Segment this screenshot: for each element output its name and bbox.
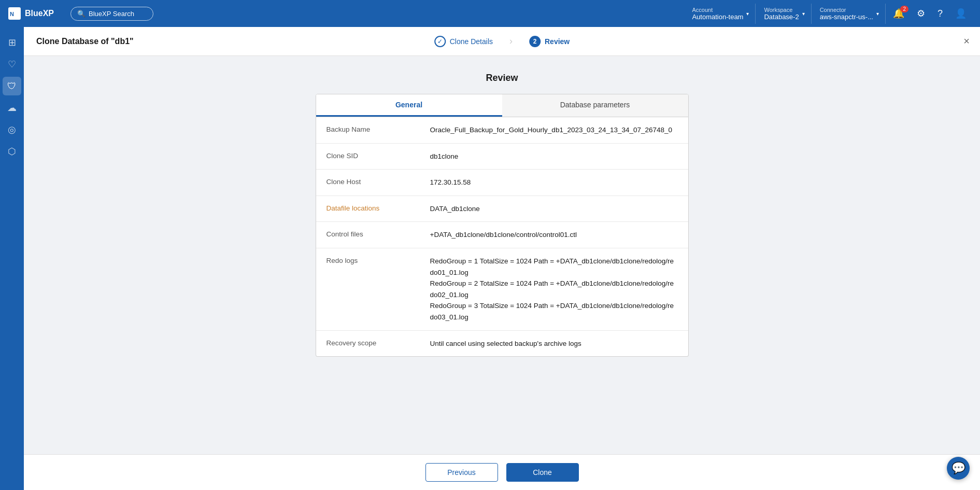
- step-clone-details: ✓ Clone Details: [434, 36, 493, 47]
- label-datafile-locations: Datafile locations: [326, 203, 430, 212]
- close-button[interactable]: ×: [963, 35, 970, 47]
- step1-done-icon: ✓: [434, 36, 446, 47]
- topnav-right: Account Automation-team ▾ Workspace Data…: [686, 4, 972, 24]
- settings-button[interactable]: ⚙: [912, 5, 930, 22]
- clone-button[interactable]: Clone: [506, 463, 579, 482]
- table-row: Clone SID db1clone: [316, 144, 688, 170]
- workspace-label: Workspace: [764, 7, 799, 13]
- modal-steps: ✓ Clone Details › 2 Review: [434, 36, 570, 47]
- notifications-button[interactable]: 🔔 2: [888, 5, 910, 22]
- review-section: Review General Database parameters Backu…: [316, 73, 689, 357]
- account-block: Account Automation-team: [692, 7, 743, 21]
- value-control-files: +DATA_db1clone/db1clone/control/control0…: [430, 229, 678, 241]
- health-icon: ♡: [8, 59, 16, 70]
- table-row: Redo logs RedoGroup = 1 TotalSize = 1024…: [316, 248, 688, 331]
- label-control-files: Control files: [326, 229, 430, 238]
- review-table: Backup Name Oracle_Full_Backup_for_Gold_…: [316, 117, 689, 357]
- table-row: Control files +DATA_db1clone/db1clone/co…: [316, 222, 688, 248]
- tab-database-parameters[interactable]: Database parameters: [502, 94, 688, 117]
- help-button[interactable]: ?: [932, 5, 948, 22]
- connector-label: Connector: [820, 7, 873, 13]
- value-datafile-locations: DATA_db1clone: [430, 203, 678, 215]
- workspace-menu[interactable]: Workspace Database-2 ▾: [758, 4, 811, 24]
- shield-icon: 🛡: [7, 81, 17, 92]
- sidebar-item-share[interactable]: ⬡: [3, 142, 21, 161]
- sidebar-item-protection[interactable]: 🛡: [3, 77, 21, 95]
- modal-title: Clone Database of "db1": [36, 37, 134, 46]
- page-body: Review General Database parameters Backu…: [24, 56, 980, 454]
- netapp-logo-icon: N: [8, 7, 21, 20]
- connector-chevron-icon: ▾: [876, 11, 879, 17]
- chat-icon: 💬: [951, 461, 965, 475]
- account-value: Automation-team: [692, 13, 743, 21]
- connector-menu[interactable]: Connector aws-snapctr-us-... ▾: [814, 4, 886, 24]
- svg-text:N: N: [10, 11, 14, 17]
- label-redo-logs: Redo logs: [326, 256, 430, 264]
- label-recovery-scope: Recovery scope: [326, 338, 430, 347]
- label-clone-sid: Clone SID: [326, 151, 430, 160]
- connector-value: aws-snapctr-us-...: [820, 13, 873, 21]
- table-row: Backup Name Oracle_Full_Backup_for_Gold_…: [316, 117, 688, 144]
- value-clone-host: 172.30.15.58: [430, 177, 678, 188]
- search-button[interactable]: 🔍 BlueXP Search: [70, 7, 153, 21]
- step2-label: Review: [545, 37, 570, 46]
- step-review: 2 Review: [529, 36, 570, 47]
- account-label: Account: [692, 7, 743, 13]
- account-menu[interactable]: Account Automation-team ▾: [686, 4, 756, 24]
- notification-badge: 2: [900, 6, 908, 12]
- step-divider: ›: [509, 36, 513, 47]
- sidebar-item-dashboard[interactable]: ⊞: [3, 33, 21, 52]
- value-clone-sid: db1clone: [430, 151, 678, 162]
- logo: N BlueXP: [8, 7, 54, 20]
- search-label: BlueXP Search: [89, 10, 134, 18]
- table-row: Datafile locations DATA_db1clone: [316, 196, 688, 222]
- value-redo-logs: RedoGroup = 1 TotalSize = 1024 Path = +D…: [430, 256, 678, 323]
- workspace-chevron-icon: ▾: [802, 11, 805, 17]
- label-backup-name: Backup Name: [326, 124, 430, 133]
- tab-general[interactable]: General: [316, 94, 502, 117]
- table-row: Clone Host 172.30.15.58: [316, 170, 688, 196]
- step2-number: 2: [529, 36, 541, 47]
- workspace-block: Workspace Database-2: [764, 7, 799, 21]
- share-icon: ⬡: [8, 146, 16, 157]
- topnav: N BlueXP 🔍 BlueXP Search Account Automat…: [0, 0, 980, 27]
- value-recovery-scope: Until cancel using selected backup's arc…: [430, 338, 678, 349]
- app-title: BlueXP: [25, 9, 54, 18]
- workspace-value: Database-2: [764, 13, 799, 21]
- chat-support-button[interactable]: 💬: [947, 457, 970, 480]
- modal-footer: Previous Clone: [24, 454, 980, 490]
- review-title: Review: [316, 73, 689, 83]
- main-content: Clone Database of "db1" ✓ Clone Details …: [24, 27, 980, 490]
- previous-button[interactable]: Previous: [425, 463, 498, 482]
- label-clone-host: Clone Host: [326, 177, 430, 186]
- search-icon: 🔍: [77, 10, 86, 18]
- explore-icon: ◎: [8, 124, 16, 135]
- sidebar-item-health[interactable]: ♡: [3, 55, 21, 74]
- sidebar-item-explore[interactable]: ◎: [3, 120, 21, 139]
- modal-header: Clone Database of "db1" ✓ Clone Details …: [24, 27, 980, 56]
- connector-block: Connector aws-snapctr-us-...: [820, 7, 873, 21]
- step1-label: Clone Details: [450, 37, 493, 46]
- account-chevron-icon: ▾: [746, 11, 749, 17]
- sidebar: ⊞ ♡ 🛡 ☁ ◎ ⬡: [0, 27, 24, 490]
- sidebar-item-cloud[interactable]: ☁: [3, 99, 21, 117]
- layout: ⊞ ♡ 🛡 ☁ ◎ ⬡ Clone Database of "db1" ✓ Cl…: [0, 27, 980, 490]
- cloud-icon: ☁: [7, 102, 17, 114]
- table-row: Recovery scope Until cancel using select…: [316, 331, 688, 357]
- tabs-bar: General Database parameters: [316, 94, 689, 117]
- value-backup-name: Oracle_Full_Backup_for_Gold_Hourly_db1_2…: [430, 124, 678, 136]
- dashboard-icon: ⊞: [8, 37, 16, 48]
- user-button[interactable]: 👤: [950, 5, 972, 22]
